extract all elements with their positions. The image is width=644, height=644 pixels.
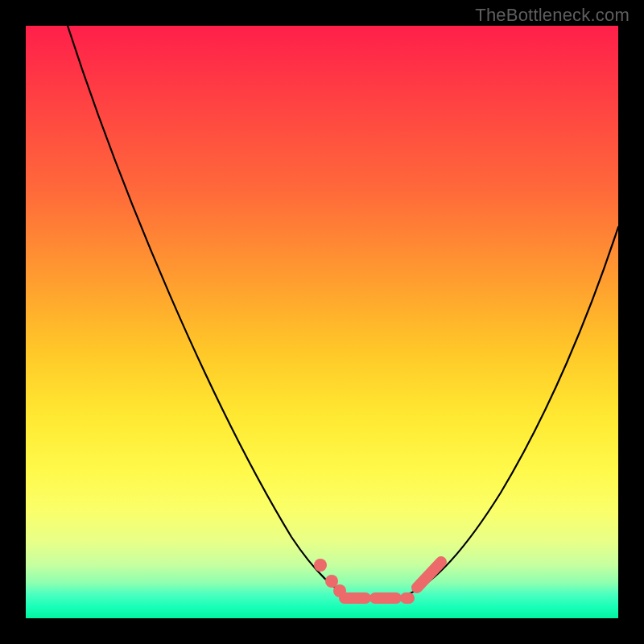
marker-left-dot-upper <box>314 559 327 572</box>
watermark-text: TheBottleneck.com <box>475 5 630 26</box>
curve-right-branch <box>404 227 618 596</box>
chart-frame: TheBottleneck.com <box>0 0 644 644</box>
bottleneck-curve-svg <box>26 26 618 618</box>
curve-left-branch <box>68 26 349 596</box>
plot-area <box>26 26 618 618</box>
marker-left-dot-lower <box>333 584 346 597</box>
